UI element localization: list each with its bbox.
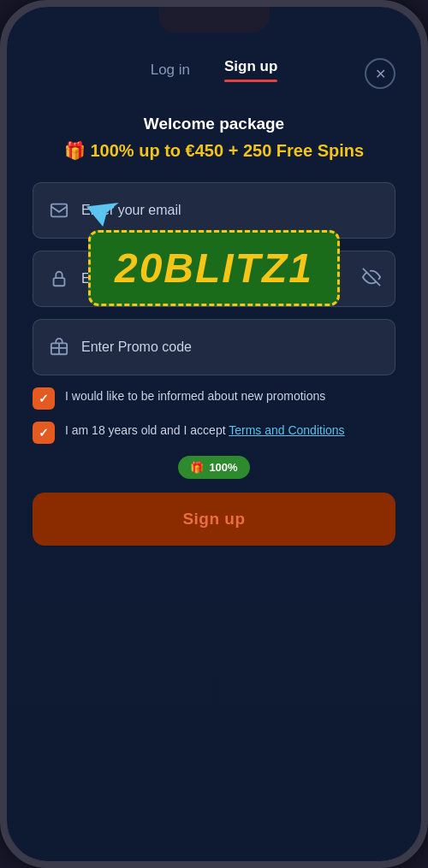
svg-rect-0	[51, 204, 67, 217]
terms-link[interactable]: Terms and Conditions	[229, 423, 344, 437]
promo-code-text: 20BLITZ1	[115, 245, 313, 291]
email-icon	[47, 198, 71, 222]
promo-input-group	[33, 319, 395, 375]
age-checkbox-row: ✓ I am 18 years old and I accept Terms a…	[33, 422, 395, 444]
bonus-gift-icon: 🎁	[190, 461, 204, 474]
age-label: I am 18 years old and I accept Terms and…	[65, 422, 395, 440]
check-icon: ✓	[39, 392, 49, 405]
phone-notch	[158, 7, 270, 32]
age-checkbox[interactable]: ✓	[33, 422, 55, 444]
close-icon: ✕	[375, 66, 386, 82]
welcome-bonus: 🎁 100% up to €450 + 250 Free Spins	[64, 140, 364, 161]
tab-login[interactable]: Log in	[151, 62, 190, 86]
svg-rect-1	[54, 278, 65, 286]
close-button[interactable]: ✕	[365, 58, 395, 89]
eye-toggle-icon[interactable]	[362, 268, 381, 291]
inform-label: I would like to be informed about new pr…	[65, 387, 395, 405]
tabs-row: Log in Sign up ✕	[33, 58, 395, 89]
check-icon-2: ✓	[39, 426, 49, 440]
signup-button[interactable]: Sign up	[33, 493, 395, 546]
phone-frame: Log in Sign up ✕ Welcome package 🎁 100% …	[0, 0, 428, 868]
bonus-percent-text: 100%	[209, 461, 237, 474]
promo-field[interactable]	[81, 340, 381, 355]
inform-checkbox[interactable]: ✓	[33, 387, 55, 410]
inform-checkbox-row: ✓ I would like to be informed about new …	[33, 387, 395, 410]
gift-icon	[47, 335, 71, 359]
tab-signup[interactable]: Sign up	[224, 58, 277, 89]
bonus-badge: 🎁 100%	[178, 456, 249, 479]
content-area: Log in Sign up ✕ Welcome package 🎁 100% …	[7, 7, 421, 571]
phone-screen: Log in Sign up ✕ Welcome package 🎁 100% …	[7, 7, 421, 861]
welcome-title: Welcome package	[144, 115, 284, 133]
promo-code-overlay: 20BLITZ1	[88, 230, 340, 306]
lock-icon	[47, 267, 71, 291]
